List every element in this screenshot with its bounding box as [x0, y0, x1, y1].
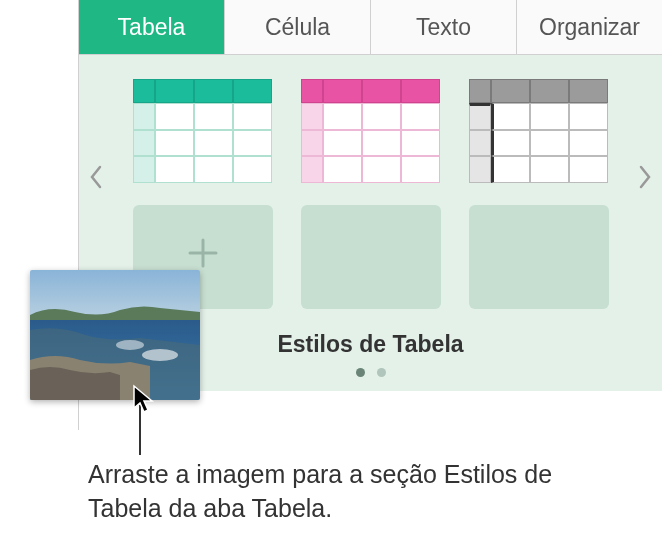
tab-tabela[interactable]: Tabela: [79, 0, 225, 54]
page-dot[interactable]: [356, 368, 365, 377]
tab-label: Tabela: [118, 14, 186, 41]
styles-row: [127, 79, 614, 183]
table-style-gray[interactable]: [469, 79, 609, 183]
tab-bar: Tabela Célula Texto Organizar: [79, 0, 662, 55]
empty-style-slot[interactable]: [301, 205, 441, 309]
callout-text: Arraste a imagem para a seção Estilos de…: [88, 458, 628, 526]
tab-label: Célula: [265, 14, 330, 41]
tab-organizar[interactable]: Organizar: [517, 0, 662, 54]
table-style-teal[interactable]: [133, 79, 273, 183]
empty-style-slot[interactable]: [469, 205, 609, 309]
cursor-arrow-icon: [132, 384, 158, 416]
styles-row: [127, 205, 614, 309]
tab-texto[interactable]: Texto: [371, 0, 517, 54]
tab-celula[interactable]: Célula: [225, 0, 371, 54]
tab-label: Organizar: [539, 14, 640, 41]
table-style-pink[interactable]: [301, 79, 441, 183]
tab-label: Texto: [416, 14, 471, 41]
page-dot[interactable]: [377, 368, 386, 377]
dragged-image-thumbnail[interactable]: [30, 270, 200, 400]
svg-point-2: [142, 349, 178, 361]
svg-point-3: [116, 340, 144, 350]
